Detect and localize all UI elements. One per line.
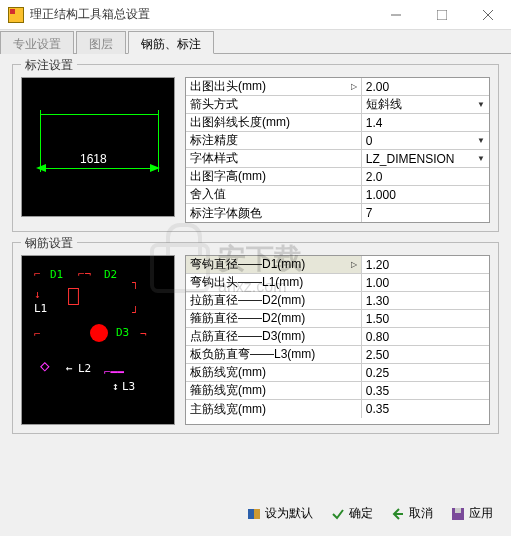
rebar-preview: ⌐ D1 ⌐¬ D2 ↓ L1 ⎕ ┐ ┘ ⌐ D3 ¬ ◇ ← L2 ⌐━━ … (21, 255, 175, 425)
table-row: 弯钩出头——L1(mm)1.00 (186, 274, 489, 292)
titlebar: 理正结构工具箱总设置 (0, 0, 511, 30)
dropdown-icon: ▼ (477, 136, 485, 145)
set-default-button[interactable]: 设为默认 (247, 505, 313, 522)
group-title: 标注设置 (21, 57, 77, 74)
table-row: 板负筋直弯——L3(mm)2.50 (186, 346, 489, 364)
dot-icon (90, 324, 108, 342)
table-row: 字体样式LZ_DIMENSION▼ (186, 150, 489, 168)
check-icon (331, 507, 345, 521)
table-row: 弯钩直径——D1(mm)▷1.20 (186, 256, 489, 274)
table-row: 板筋线宽(mm)0.25 (186, 364, 489, 382)
table-row: 点筋直径——D3(mm)0.80 (186, 328, 489, 346)
table-row: 出图出头(mm)▷2.00 (186, 78, 489, 96)
table-row: 舍入值1.000 (186, 186, 489, 204)
rebar-settings-group: 钢筋设置 ⌐ D1 ⌐¬ D2 ↓ L1 ⎕ ┐ ┘ ⌐ D3 ¬ ◇ ← L2… (12, 242, 499, 434)
table-row: 箍筋线宽(mm)0.35 (186, 382, 489, 400)
svg-rect-5 (254, 509, 260, 519)
annotation-table: 出图出头(mm)▷2.00 箭头方式短斜线▼ 出图斜线长度(mm)1.4 标注精… (185, 77, 490, 223)
table-row: 出图斜线长度(mm)1.4 (186, 114, 489, 132)
window-title: 理正结构工具箱总设置 (30, 6, 373, 23)
annotation-settings-group: 标注设置 1618 出图出头(mm)▷2.00 箭头方式短斜线▼ 出图斜线长度(… (12, 64, 499, 232)
dropdown-icon: ▷ (351, 260, 357, 269)
table-row: 箭头方式短斜线▼ (186, 96, 489, 114)
apply-button[interactable]: 应用 (451, 505, 493, 522)
footer-buttons: 设为默认 确定 取消 应用 (0, 497, 511, 530)
minimize-button[interactable] (373, 0, 419, 30)
cancel-button[interactable]: 取消 (391, 505, 433, 522)
dropdown-icon: ▼ (477, 100, 485, 109)
group-title: 钢筋设置 (21, 235, 77, 252)
dropdown-icon: ▼ (477, 154, 485, 163)
tab-layer[interactable]: 图层 (76, 31, 126, 54)
svg-rect-7 (455, 508, 461, 513)
svg-rect-4 (248, 509, 254, 519)
table-row: 标注字体颜色7 (186, 204, 489, 222)
rebar-table: 弯钩直径——D1(mm)▷1.20 弯钩出头——L1(mm)1.00 拉筋直径—… (185, 255, 490, 425)
table-row: 箍筋直径——D2(mm)1.50 (186, 310, 489, 328)
close-button[interactable] (465, 0, 511, 30)
svg-rect-1 (437, 10, 447, 20)
annotation-preview: 1618 (21, 77, 175, 217)
tab-professional[interactable]: 专业设置 (0, 31, 74, 54)
app-icon (8, 7, 24, 23)
save-icon (451, 507, 465, 521)
table-row: 标注精度0▼ (186, 132, 489, 150)
table-row: 出图字高(mm)2.0 (186, 168, 489, 186)
default-icon (247, 507, 261, 521)
dropdown-icon: ▷ (351, 82, 357, 91)
table-row: 主筋线宽(mm)0.35 (186, 400, 489, 418)
back-icon (391, 507, 405, 521)
table-row: 拉筋直径——D2(mm)1.30 (186, 292, 489, 310)
dimension-value: 1618 (80, 152, 107, 166)
maximize-button[interactable] (419, 0, 465, 30)
tab-bar: 专业设置 图层 钢筋、标注 (0, 30, 511, 54)
ok-button[interactable]: 确定 (331, 505, 373, 522)
tab-rebar-annotation[interactable]: 钢筋、标注 (128, 31, 214, 54)
